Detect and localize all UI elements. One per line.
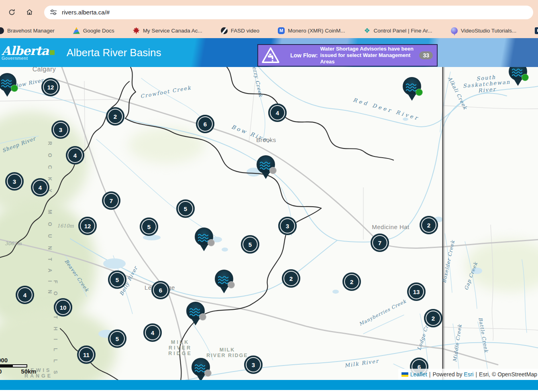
bookmark-item[interactable]: Bravehost Manager xyxy=(1,27,55,34)
cluster-marker[interactable]: 4 xyxy=(143,323,162,342)
status-dot-green xyxy=(522,74,529,81)
scale-bar-segment xyxy=(12,364,27,368)
bookmark-item[interactable]: Nicholas Susi, Pia... xyxy=(535,27,538,34)
cluster-marker[interactable]: 2 xyxy=(424,309,442,327)
status-dot-green xyxy=(416,89,423,96)
browser-toolbar: rivers.alberta.ca/# xyxy=(0,0,538,23)
scale-zero-label: 0 xyxy=(0,368,2,375)
attribution-separator: | xyxy=(475,371,477,378)
low-flow-advisory-banner[interactable]: Low Flow: Water Shortage Advisories have… xyxy=(257,44,438,67)
powered-by-text: Powered by xyxy=(432,371,462,378)
cluster-marker[interactable]: 3 xyxy=(244,355,263,374)
cluster-marker[interactable]: 12 xyxy=(78,217,97,235)
cluster-marker[interactable]: 11 xyxy=(77,345,96,364)
bookmark-item[interactable]: VideoStudio Tutorials... xyxy=(451,27,517,34)
esri-link[interactable]: Esri xyxy=(464,371,473,378)
cluster-marker[interactable]: 2 xyxy=(342,272,361,291)
water-station-marker[interactable] xyxy=(403,77,421,95)
map-region[interactable]: CalgaryBow RiverCrowfoot CreekBerry Cree… xyxy=(0,67,538,380)
cluster-marker[interactable]: 6 xyxy=(151,281,170,299)
home-button[interactable] xyxy=(23,6,35,18)
site-settings-icon[interactable] xyxy=(50,9,57,16)
cluster-marker[interactable]: 3 xyxy=(278,217,297,235)
water-station-marker[interactable] xyxy=(257,155,275,174)
globe-bookmark-icon xyxy=(221,27,228,34)
advisory-message: Water Shortage Advisories have been issu… xyxy=(320,46,417,65)
cluster-marker[interactable]: 4 xyxy=(66,146,84,165)
scale-km-label: 50km xyxy=(21,368,36,375)
cluster-marker[interactable]: 13 xyxy=(407,282,426,301)
status-dot-green xyxy=(11,85,18,92)
water-station-marker[interactable] xyxy=(195,227,213,246)
address-bar[interactable]: rivers.alberta.ca/# xyxy=(44,6,533,19)
status-dot-gray xyxy=(228,281,235,288)
cluster-marker[interactable]: 4 xyxy=(31,178,49,197)
bookmark-item[interactable]: MMonero (XMR) CoinM... xyxy=(278,27,345,34)
monero-bookmark-icon: M xyxy=(278,27,285,34)
status-dot-gray xyxy=(199,313,206,321)
water-station-marker[interactable] xyxy=(509,67,527,81)
attribution-credits: Esri, © OpenStreetMap xyxy=(479,371,537,378)
home-icon xyxy=(26,8,33,16)
bookmark-label: Monero (XMR) CoinM... xyxy=(288,28,345,34)
cluster-marker[interactable]: 5 xyxy=(241,235,259,254)
cluster-marker[interactable]: 2 xyxy=(106,107,124,126)
cluster-marker[interactable]: 7 xyxy=(371,234,389,252)
cluster-marker[interactable]: 10 xyxy=(54,298,72,317)
footer-white-strip xyxy=(0,390,538,392)
cluster-marker[interactable]: 2 xyxy=(420,216,438,234)
advisory-count-badge: 33 xyxy=(419,51,433,59)
bookmark-label: FASD video xyxy=(231,28,259,34)
browser-chrome: rivers.alberta.ca/# Bravehost ManagerGoo… xyxy=(0,0,538,38)
bookmark-label: VideoStudio Tutorials... xyxy=(461,28,517,34)
reload-button[interactable] xyxy=(6,6,18,18)
reload-icon xyxy=(8,8,16,16)
bookmarks-bar: Bravehost ManagerGoogle DocsMy Service C… xyxy=(0,23,538,38)
bookmark-label: Google Docs xyxy=(83,28,114,34)
status-dot-gray xyxy=(208,239,215,246)
map-attribution: Leaflet | Powered by Esri | Esri, © Open… xyxy=(398,369,538,380)
bookmark-item[interactable]: Google Docs xyxy=(73,27,114,34)
footer-bar xyxy=(0,380,538,390)
app-header: Alberta Government Alberta River Basins … xyxy=(0,38,538,67)
cluster-marker[interactable]: 6 xyxy=(196,115,214,133)
cluster-marker[interactable]: 5 xyxy=(140,217,158,236)
alberta-logo-sub: Government xyxy=(2,56,55,61)
cluster-marker[interactable]: 12 xyxy=(41,78,60,96)
bookmark-item[interactable]: FASD video xyxy=(221,27,259,34)
cluster-marker[interactable]: 3 xyxy=(5,172,24,191)
status-dot-gray xyxy=(269,167,277,174)
gdrive-bookmark-icon xyxy=(73,27,80,34)
cluster-marker[interactable]: 5 xyxy=(108,270,126,289)
page-title: Alberta River Basins xyxy=(67,47,161,59)
url-text: rivers.alberta.ca/# xyxy=(62,9,110,16)
bravehost-bookmark-icon xyxy=(0,27,4,34)
alberta-logo-green-square xyxy=(50,50,55,55)
bookmark-item[interactable]: ❖Control Panel | Fine Ar... xyxy=(364,27,432,34)
balloon-bookmark-icon xyxy=(451,27,458,34)
cluster-marker[interactable]: 4 xyxy=(268,104,287,122)
bookmark-item[interactable]: My Service Canada Ac... xyxy=(133,27,202,34)
cluster-marker[interactable]: 4 xyxy=(16,286,34,304)
maple-bookmark-icon xyxy=(133,27,140,34)
advisory-label: Low Flow: xyxy=(290,52,318,59)
map-scale-control: 000 0 50km xyxy=(0,357,37,375)
cluster-marker[interactable]: 2 xyxy=(282,269,300,288)
cluster-marker[interactable]: 7 xyxy=(102,191,120,210)
alberta-logo: Alberta Government xyxy=(2,45,55,61)
cluster-marker[interactable]: 5 xyxy=(176,199,195,218)
water-station-marker[interactable] xyxy=(215,270,233,288)
scale-bar xyxy=(0,364,27,368)
status-dot-gray xyxy=(204,370,212,377)
leaflet-link[interactable]: Leaflet xyxy=(410,371,427,378)
water-shortage-warning-icon xyxy=(261,47,280,64)
water-station-marker[interactable] xyxy=(0,73,16,91)
cluster-marker[interactable]: 5 xyxy=(108,329,126,348)
scale-top-label: 000 xyxy=(0,357,37,364)
water-station-marker[interactable] xyxy=(192,358,210,376)
cluster-marker[interactable]: 3 xyxy=(51,120,70,139)
bookmark-label: Control Panel | Fine Ar... xyxy=(374,28,432,34)
bookmark-label: My Service Canada Ac... xyxy=(143,28,202,34)
water-station-marker[interactable] xyxy=(186,302,205,320)
attribution-separator: | xyxy=(429,371,431,378)
